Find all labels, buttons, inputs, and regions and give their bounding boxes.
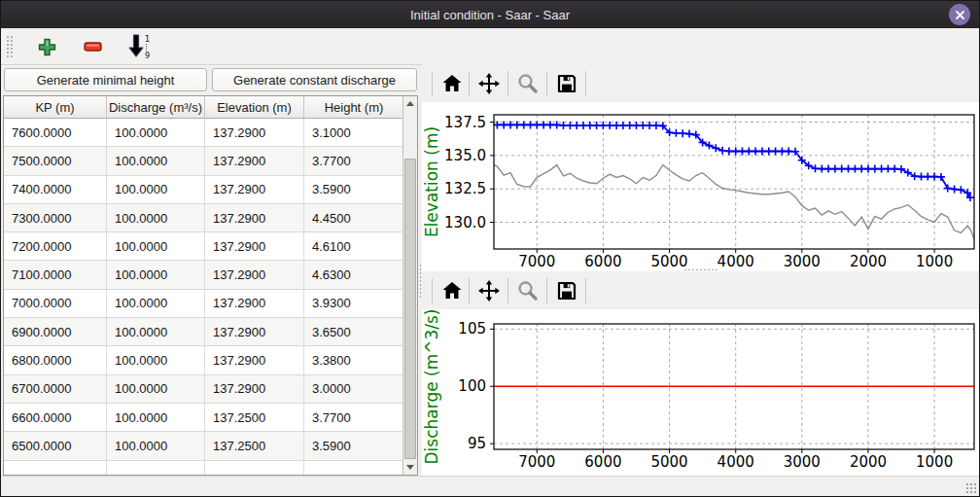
toolbar-separator: [546, 71, 547, 96]
table-cell[interactable]: [304, 461, 404, 475]
generate-minimal-height-button[interactable]: Generate minimal height: [4, 68, 207, 91]
table-cell[interactable]: 7500.0000: [4, 147, 107, 174]
discharge-plot-toolbar: [422, 271, 980, 309]
table-cell[interactable]: 100.0000: [107, 232, 205, 260]
remove-row-button[interactable]: [79, 32, 108, 61]
water-elevation-line: [497, 124, 970, 197]
zoom-button[interactable]: [513, 69, 542, 98]
table-cell[interactable]: [4, 461, 107, 475]
table-cell[interactable]: [107, 461, 205, 475]
right-panel: 7000600050004000300020001000137.5135.013…: [422, 64, 980, 476]
column-header[interactable]: KP (m): [4, 96, 107, 118]
table-row: 7500.0000100.0000137.29003.7700: [4, 147, 417, 175]
table-cell[interactable]: 137.2900: [205, 176, 304, 203]
table-cell[interactable]: 100.0000: [107, 204, 205, 231]
table-cell[interactable]: 100.0000: [107, 147, 205, 174]
table-cell[interactable]: 100.0000: [107, 346, 205, 373]
table-cell[interactable]: 3.3800: [304, 346, 404, 373]
sort-rows-button[interactable]: 1 9: [125, 32, 155, 61]
table-cell[interactable]: 6700.0000: [4, 375, 107, 403]
scroll-down-button[interactable]: [403, 460, 417, 475]
table-cell[interactable]: 7300.0000: [4, 204, 107, 231]
table-cell[interactable]: 137.2900: [205, 261, 304, 288]
x-tick-label: 6000: [584, 253, 621, 270]
table-cell[interactable]: 4.6300: [304, 261, 404, 288]
table-cell[interactable]: 3.7700: [304, 147, 404, 174]
table-cell[interactable]: 3.1000: [304, 119, 404, 146]
add-row-button[interactable]: [32, 32, 61, 61]
column-header[interactable]: Elevation (m): [205, 96, 304, 118]
close-button[interactable]: [949, 4, 970, 25]
table-cell[interactable]: 100.0000: [107, 375, 205, 403]
table-cell[interactable]: 4.4500: [304, 204, 404, 231]
table-row: 7300.0000100.0000137.29004.4500: [4, 204, 417, 232]
table-cell[interactable]: 100.0000: [107, 318, 205, 345]
table-cell[interactable]: 7600.0000: [4, 119, 107, 146]
table-cell[interactable]: 7100.0000: [4, 261, 107, 288]
y-tick-label: 130.0: [444, 214, 486, 231]
table-cell[interactable]: 7000.0000: [4, 290, 107, 317]
table-cell[interactable]: 137.2900: [205, 290, 304, 317]
table-cell[interactable]: 3.7700: [304, 404, 404, 431]
table-cell[interactable]: 137.2900: [205, 147, 304, 174]
table-cell[interactable]: 100.0000: [107, 119, 205, 146]
table-cell[interactable]: 3.9300: [304, 290, 404, 317]
table-cell[interactable]: 7400.0000: [4, 176, 107, 203]
table-cell[interactable]: 137.2900: [205, 204, 304, 231]
save-icon: [555, 72, 578, 95]
table-cell[interactable]: 100.0000: [107, 404, 205, 431]
pan-button[interactable]: [474, 69, 504, 98]
x-tick-label: 2000: [850, 453, 887, 471]
toolbar-grip[interactable]: [6, 35, 14, 58]
table-cell[interactable]: 137.2900: [205, 232, 304, 260]
table-cell[interactable]: 137.2900: [205, 318, 304, 345]
table-cell[interactable]: 137.2900: [205, 346, 304, 373]
table-cell[interactable]: 3.0000: [304, 375, 404, 403]
table-cell[interactable]: 137.2500: [205, 404, 304, 431]
zoom-button[interactable]: [513, 276, 542, 305]
x-tick-label: 6000: [584, 453, 621, 471]
table-cell[interactable]: 100.0000: [107, 290, 205, 317]
table-cell[interactable]: 100.0000: [107, 432, 205, 459]
scroll-up-icon: [406, 101, 414, 106]
resize-grip[interactable]: [965, 482, 976, 493]
table-row: 7000.0000100.0000137.29003.9300: [4, 290, 417, 318]
column-header[interactable]: Height (m): [304, 96, 404, 118]
table-cell[interactable]: 4.6100: [304, 232, 404, 260]
table-cell[interactable]: 3.6500: [304, 318, 404, 345]
scroll-up-button[interactable]: [403, 96, 417, 111]
generate-constant-discharge-button[interactable]: Generate constant discharge: [212, 68, 417, 91]
home-icon: [440, 72, 464, 95]
pan-button[interactable]: [474, 276, 504, 305]
x-tick-label: 1000: [916, 253, 953, 270]
toolbar-separator: [469, 71, 470, 96]
table-cell[interactable]: 100.0000: [107, 176, 205, 203]
table-cell[interactable]: 137.2900: [205, 375, 304, 403]
home-button[interactable]: [438, 276, 467, 305]
toolbar-separator: [508, 278, 508, 303]
scrollbar-thumb[interactable]: [404, 159, 416, 459]
table-cell[interactable]: 3.5900: [304, 432, 404, 459]
table-cell[interactable]: 6800.0000: [4, 346, 107, 373]
table-cell[interactable]: 6900.0000: [4, 318, 107, 345]
table-cell[interactable]: 100.0000: [107, 261, 205, 288]
pan-icon: [477, 279, 501, 302]
table-cell[interactable]: 137.2900: [205, 119, 304, 146]
column-header[interactable]: Discharge (m³/s): [107, 96, 205, 118]
table-scrollbar[interactable]: [402, 96, 417, 475]
table-cell[interactable]: 6500.0000: [4, 432, 107, 459]
table-cell[interactable]: 137.2500: [205, 432, 304, 459]
table-cell[interactable]: [205, 461, 304, 475]
table-cell[interactable]: 7200.0000: [4, 232, 107, 260]
table-cell[interactable]: 6600.0000: [4, 404, 107, 431]
home-button[interactable]: [438, 69, 467, 98]
pan-icon: [477, 72, 501, 95]
titlebar[interactable]: Initial condition - Saar - Saar: [1, 1, 979, 28]
table-row: 6900.0000100.0000137.29003.6500: [4, 318, 417, 346]
save-button[interactable]: [552, 69, 581, 98]
x-tick-label: 7000: [518, 453, 555, 471]
table-cell[interactable]: 3.5900: [304, 176, 404, 203]
save-button[interactable]: [552, 276, 581, 305]
table-row: 6800.0000100.0000137.29003.3800: [4, 346, 417, 374]
x-tick-label: 4000: [718, 453, 754, 471]
